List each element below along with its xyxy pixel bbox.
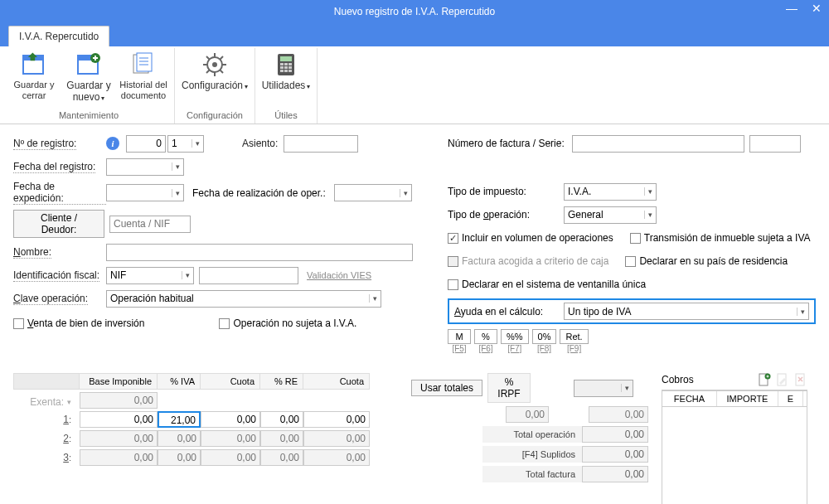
r2-cuota2: 0,00 <box>303 430 370 447</box>
col-re: % RE <box>260 373 303 390</box>
validacion-vies-link[interactable]: Validación VIES <box>307 270 371 280</box>
incluir-volumen-checkbox[interactable]: Incluir en volumen de operaciones <box>448 232 613 244</box>
col-cuota2: Cuota <box>303 373 370 390</box>
label-tipo-impuesto: Tipo de impuesto: <box>448 186 564 197</box>
ayuda-calculo-row: Ayuda en el cálculo: Un tipo de IVA▾ <box>448 298 816 324</box>
cliente-input[interactable] <box>109 216 191 233</box>
cobros-col-fecha: FECHA <box>662 391 717 406</box>
r3-cuota: 0,00 <box>201 449 260 466</box>
btn-zero[interactable]: 0% <box>532 329 557 344</box>
label-nombre: Nombre: <box>13 246 51 259</box>
cobros-delete-icon[interactable] <box>794 373 807 386</box>
btn-m[interactable]: M <box>448 329 471 344</box>
r1-iva[interactable]: 21,00 <box>158 411 201 428</box>
declarar-ventanilla-checkbox[interactable]: Declarar en el sistema de ventanilla úni… <box>448 279 646 290</box>
label-ayuda-calculo: Ayuda en el cálculo: <box>454 306 564 317</box>
registro-num-input[interactable] <box>126 135 166 153</box>
r3-base: 0,00 <box>80 449 158 466</box>
svg-rect-27 <box>288 66 292 69</box>
col-base: Base Imponible <box>80 373 158 390</box>
close-button[interactable]: ✕ <box>809 2 824 15</box>
transmision-inmueble-checkbox[interactable]: Transmisión de inmueble sujeta a IVA <box>630 232 811 244</box>
total-operacion-value: 0,00 <box>582 426 648 443</box>
label-fecha-reg: Fecha del registro: <box>13 161 95 173</box>
row-1-label: 1: <box>13 411 80 428</box>
window-title: Nuevo registro de I.V.A. Repercutido <box>334 6 495 17</box>
config-button[interactable]: Configuración▾ <box>182 51 248 91</box>
save-new-button[interactable]: Guardar y nuevo▾ <box>65 51 113 104</box>
ayuda-calculo-combo[interactable]: Un tipo de IVA▾ <box>564 303 809 320</box>
svg-rect-24 <box>288 63 292 65</box>
factura-caja-checkbox: Factura acogida a criterio de caja <box>448 255 608 267</box>
minimize-button[interactable]: — <box>784 2 799 15</box>
total-factura-value: 0,00 <box>582 466 648 482</box>
col-iva: % IVA <box>158 373 201 390</box>
btn-pct[interactable]: % <box>474 329 497 344</box>
asiento-input[interactable] <box>284 135 358 153</box>
serie-factura-input[interactable] <box>749 135 801 153</box>
label-tipo-operacion: Tipo de operación: <box>448 209 564 220</box>
row-exenta-label: Exenta: <box>30 396 64 408</box>
registro-serie-combo[interactable]: 1▾ <box>167 135 204 153</box>
gear-icon <box>201 51 228 78</box>
r1-re[interactable]: 0,00 <box>260 411 303 428</box>
btn-pctpct[interactable]: %% <box>501 329 529 344</box>
titlebar: Nuevo registro de I.V.A. Repercutido — ✕ <box>0 0 829 23</box>
cobros-edit-icon[interactable] <box>776 373 789 386</box>
save-close-button[interactable]: Guardar y cerrar <box>10 51 58 101</box>
tab-iva-repercutido[interactable]: I.V.A. Repercutido <box>8 26 109 46</box>
r1-cuota2[interactable]: 0,00 <box>303 411 370 428</box>
row-2-label: 2: <box>13 430 80 447</box>
cobros-panel: FECHA IMPORTE E <box>662 390 807 504</box>
nombre-input[interactable] <box>106 244 413 261</box>
ribbon-group-config: Configuración <box>182 109 248 124</box>
col-irpf: % IRPF <box>487 373 531 403</box>
no-sujeta-checkbox[interactable]: Operación no sujeta a I.V.A. <box>219 317 356 329</box>
r2-re: 0,00 <box>260 430 303 447</box>
total-factura-label: Total factura <box>482 466 582 482</box>
num-factura-input[interactable] <box>572 135 744 153</box>
save-close-icon <box>21 51 47 78</box>
id-fiscal-input[interactable] <box>199 267 298 284</box>
total-operacion-label: Total operación <box>482 426 582 443</box>
suplidos-label: [F4] Suplidos <box>482 446 582 463</box>
id-fiscal-type-combo[interactable]: NIF▾ <box>106 267 194 284</box>
usar-totales-button[interactable]: Usar totales <box>411 380 482 396</box>
r2-cuota: 0,00 <box>201 430 260 447</box>
tipo-operacion-combo[interactable]: General▾ <box>564 206 657 224</box>
ribbon-group-utils: Útiles <box>262 109 310 124</box>
ribbon: Guardar y cerrar Guardar y nuevo▾ Histor… <box>0 46 829 124</box>
tipo-impuesto-combo[interactable]: I.V.A.▾ <box>564 183 657 201</box>
r3-re: 0,00 <box>260 449 303 466</box>
svg-line-17 <box>220 70 223 73</box>
cobros-col-e: E <box>778 391 803 406</box>
label-fecha-real: Fecha de realización de oper.: <box>192 187 326 199</box>
fecha-registro-combo[interactable]: ▾ <box>106 158 184 176</box>
venta-bien-checkbox[interactable]: Venta de bien de inversión <box>13 317 144 329</box>
cobros-add-icon[interactable] <box>758 373 771 386</box>
label-asiento: Asiento: <box>242 138 284 149</box>
btn-ret[interactable]: Ret. <box>560 329 588 344</box>
svg-rect-30 <box>288 70 292 72</box>
svg-point-11 <box>212 62 217 67</box>
utilities-button[interactable]: Utilidades▾ <box>262 51 310 91</box>
clave-operacion-combo[interactable]: Operación habitual▾ <box>106 290 381 308</box>
fecha-expedicion-combo[interactable]: ▾ <box>106 184 184 201</box>
irpf-amount: 0,00 <box>589 406 648 423</box>
info-icon[interactable]: i <box>106 137 119 150</box>
svg-rect-29 <box>284 70 288 72</box>
fecha-realizacion-combo[interactable]: ▾ <box>334 184 412 201</box>
declarar-pais-checkbox[interactable]: Declarar en su país de residencia <box>625 255 788 267</box>
history-button[interactable]: Historial del documento <box>119 51 167 101</box>
cliente-deudor-button[interactable]: Cliente / Deudor: <box>13 210 104 238</box>
label-fecha-exp: Fecha de expedición: <box>13 181 106 205</box>
history-icon <box>130 51 157 78</box>
tab-bar: I.V.A. Repercutido <box>0 23 829 46</box>
row-3-label: 3: <box>13 449 80 466</box>
svg-rect-6 <box>137 53 152 71</box>
exenta-base: 0,00 <box>80 392 158 409</box>
svg-line-19 <box>220 56 223 60</box>
r1-cuota[interactable]: 0,00 <box>201 411 260 428</box>
r1-base[interactable]: 0,00 <box>80 411 158 428</box>
svg-rect-28 <box>280 70 284 72</box>
